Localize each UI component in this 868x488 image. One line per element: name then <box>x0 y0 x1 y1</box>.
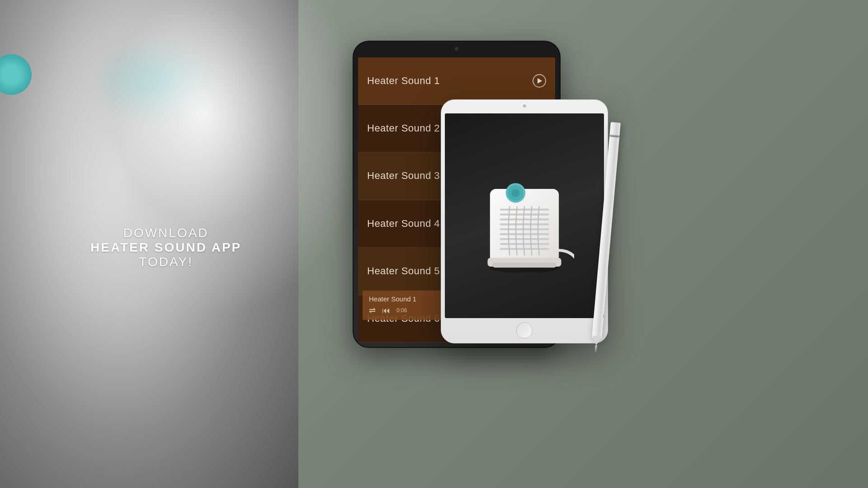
svg-rect-7 <box>500 213 549 215</box>
download-line3: TODAY! <box>90 255 241 269</box>
svg-rect-9 <box>500 223 549 225</box>
playback-time: 0:06 <box>396 307 407 314</box>
sound-label-2: Heater Sound 2 <box>367 122 440 134</box>
svg-rect-14 <box>500 248 549 249</box>
sound-label-1: Heater Sound 1 <box>367 75 440 87</box>
sound-item-1[interactable]: Heater Sound 1 <box>358 57 555 105</box>
svg-rect-16 <box>492 263 556 267</box>
heater-image-area <box>445 113 604 318</box>
ipad-dark-camera <box>455 47 458 51</box>
svg-rect-8 <box>500 218 549 220</box>
download-text-block: DOWNLOAD HEATER SOUND APP TODAY! <box>90 226 241 269</box>
download-line2: HEATER SOUND APP <box>90 240 241 255</box>
sound-label-3: Heater Sound 3 <box>367 170 440 182</box>
sound-label-4: Heater Sound 4 <box>367 218 440 230</box>
shuffle-button[interactable]: ⇌ <box>369 305 376 315</box>
ipad-white-screen <box>445 113 604 318</box>
sound-label-5: Heater Sound 5 <box>367 265 440 277</box>
svg-rect-13 <box>500 243 549 244</box>
svg-rect-12 <box>500 238 549 239</box>
home-button[interactable] <box>516 322 533 338</box>
svg-point-5 <box>512 189 519 197</box>
skip-back-button[interactable]: ⏮ <box>382 306 390 315</box>
ipad-white-camera <box>523 104 526 108</box>
play-icon-1[interactable] <box>533 74 546 88</box>
download-line1: DOWNLOAD <box>90 226 241 240</box>
svg-rect-11 <box>500 233 549 235</box>
heater-illustration <box>475 160 574 272</box>
pencil-stripe <box>609 135 619 137</box>
svg-rect-10 <box>500 228 549 230</box>
ipad-white <box>441 99 608 343</box>
